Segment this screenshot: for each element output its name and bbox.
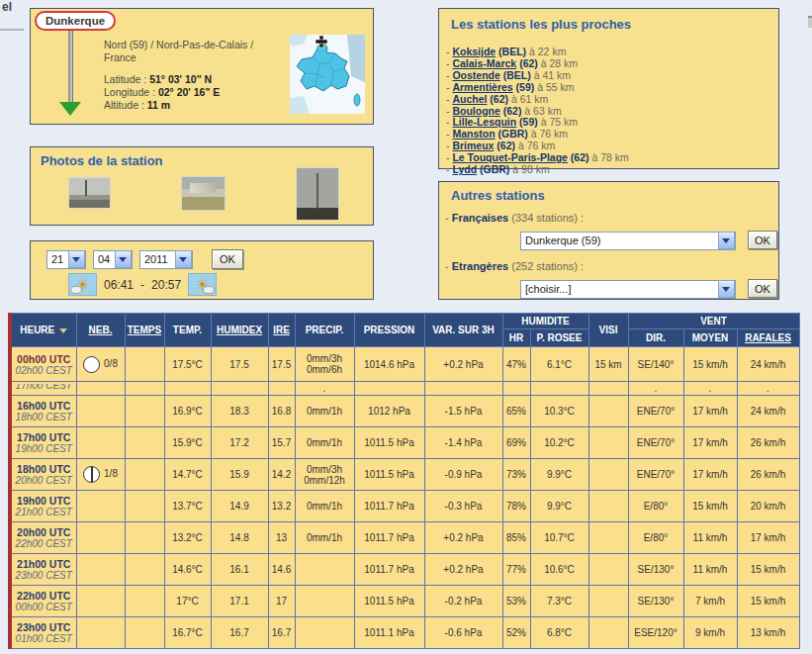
day-select[interactable]: 21: [46, 250, 86, 269]
col-header-var3h: VAR. SUR 3H: [424, 314, 502, 347]
col-header-hr: HR: [502, 329, 530, 347]
precip-cell: 0mm/3h 0mm/12h: [295, 459, 354, 491]
sort-descending-icon: [59, 328, 67, 333]
hour-cell[interactable]: 17h00 UTC19h00 CEST: [10, 427, 76, 459]
pression-cell: 1011.7 hPa: [354, 554, 424, 586]
station-link[interactable]: Manston: [452, 128, 495, 140]
temp-cell: 14.6°C: [164, 554, 211, 586]
station-link[interactable]: Le Touquet-Paris-Plage: [452, 151, 568, 163]
foreign-stations-select[interactable]: [choisir...]: [520, 280, 736, 299]
hr-cell: [502, 382, 530, 396]
hour-cell[interactable]: 22h00 UTC00h00 CEST: [10, 586, 76, 617]
table-row: 17h00 UTC19h00 CEST15.9°C17.215.70mm/1h1…: [10, 427, 799, 459]
neb-cell: 0/8: [76, 347, 125, 382]
nearest-stations-panel: Les stations les plus proches - Koksijde…: [438, 8, 779, 169]
station-link[interactable]: Lille-Lesquin: [452, 116, 516, 128]
other-stations-panel: Autres stations - Françaises (334 statio…: [438, 181, 779, 300]
station-link[interactable]: Auchel: [452, 93, 487, 105]
clipped-right-artifact: [808, 16, 812, 28]
col-header-rafales[interactable]: RAFALES: [737, 329, 799, 347]
col-header-precip: PRECIP.: [295, 314, 354, 347]
neb-cell: [76, 427, 125, 459]
hour-cell[interactable]: 21h00 UTC23h00 CEST: [10, 554, 76, 586]
ire-cell: 13: [268, 522, 295, 554]
col-header-pression: PRESSION: [354, 314, 424, 347]
month-select[interactable]: 04: [93, 250, 133, 269]
temp-cell: 14.7°C: [164, 459, 211, 491]
station-link[interactable]: Koksijde: [452, 46, 496, 57]
col-header-humidite: HUMIDITE: [502, 314, 588, 329]
hr-cell: 73%: [502, 459, 530, 491]
rosee-cell: 6.8°C: [530, 617, 588, 649]
station-code: (62): [500, 105, 522, 117]
precip-cell: [295, 554, 354, 586]
station-photos-panel: Photos de la station: [30, 146, 374, 226]
pression-cell: [354, 382, 424, 396]
rafales-cell: 15 km/h: [737, 586, 799, 617]
foreign-ok-button[interactable]: OK: [748, 279, 777, 298]
okta-1-icon: [83, 466, 100, 483]
moyen-cell: 11 km/h: [683, 554, 737, 586]
hr-cell: 65%: [502, 396, 530, 427]
rafales-cell: .: [737, 382, 799, 396]
humidex-cell: 15.9: [211, 459, 268, 491]
french-select-wrap: Dunkerque (59): [520, 231, 736, 250]
table-row-clipped: 17h00 CEST....: [10, 382, 799, 396]
visi-cell: [588, 586, 628, 617]
station-link[interactable]: Boulogne: [452, 105, 499, 117]
col-header-temps[interactable]: TEMPS: [125, 314, 164, 347]
dir-cell: ENE/70°: [628, 459, 683, 491]
temps-cell: [125, 491, 164, 522]
station-link[interactable]: Calais-Marck: [452, 57, 516, 69]
hr-cell: 77%: [502, 554, 530, 586]
nearest-stations-list: - Koksijde (BEL) à 22 km- Calais-Marck (…: [446, 47, 629, 176]
station-photo-thumbnail-2[interactable]: [181, 176, 226, 211]
hour-cell[interactable]: 00h00 UTC02h00 CEST: [10, 347, 76, 382]
temp-cell: 17.5°C: [164, 347, 211, 382]
var3h-cell: +0.2 hPa: [424, 522, 502, 554]
french-stations-select[interactable]: Dunkerque (59): [520, 232, 736, 250]
other-stations-title: Autres stations: [451, 188, 545, 203]
station-link[interactable]: Brimeux: [452, 140, 494, 151]
visi-cell: [588, 459, 628, 491]
table-row: 00h00 UTC02h00 CEST0/817.5°C17.517.50mm/…: [10, 347, 799, 382]
hour-cell[interactable]: 19h00 UTC21h00 CEST: [10, 491, 76, 522]
pression-cell: 1011.5 hPa: [354, 586, 424, 617]
france-map[interactable]: [290, 35, 365, 114]
rafales-cell: 20 km/h: [737, 491, 799, 522]
visi-cell: [588, 491, 628, 522]
table-row: 19h00 UTC21h00 CEST13.7°C14.913.20mm/1h1…: [10, 491, 799, 522]
moyen-cell: 15 km/h: [683, 491, 737, 522]
col-header-heure[interactable]: HEURE: [10, 314, 76, 347]
humidex-cell: 14.8: [211, 522, 268, 554]
station-code: (GBR): [496, 128, 528, 140]
hour-cell[interactable]: 16h00 UTC18h00 CEST: [10, 396, 76, 427]
hour-cell[interactable]: 18h00 UTC20h00 CEST: [10, 459, 76, 491]
station-photo-thumbnail-1[interactable]: [68, 177, 111, 209]
precip-cell: 0mm/1h: [295, 522, 354, 554]
dir-cell: ESE/120°: [628, 617, 683, 649]
neb-cell: [76, 382, 125, 396]
visi-cell: 15 km: [588, 347, 628, 382]
table-row: 22h00 UTC00h00 CEST17°C17.1171011.5 hPa-…: [10, 586, 799, 617]
date-ok-button[interactable]: OK: [212, 249, 243, 269]
day-select-wrap: 21: [46, 249, 86, 269]
col-header-neb[interactable]: NEB.: [76, 314, 125, 347]
french-ok-button[interactable]: OK: [748, 231, 777, 249]
var3h-cell: +0.2 hPa: [424, 347, 502, 382]
col-header-temp: TEMP.: [164, 314, 211, 347]
sun-separator: -: [140, 278, 144, 292]
hour-cell[interactable]: 20h00 UTC22h00 CEST: [10, 522, 76, 554]
hour-cell[interactable]: 23h00 UTC01h00 CEST: [10, 617, 76, 649]
year-select[interactable]: 2011: [139, 250, 193, 269]
station-photo-thumbnail-3[interactable]: [296, 167, 339, 221]
ire-cell: 14.6: [268, 554, 295, 586]
station-link[interactable]: Oostende: [452, 69, 499, 81]
rafales-cell: 26 km/h: [737, 427, 799, 459]
col-header-humidex[interactable]: HUMIDEX: [211, 314, 268, 347]
col-header-ire[interactable]: IRE: [268, 314, 295, 347]
station-link[interactable]: Armentières: [452, 81, 512, 93]
visi-cell: [588, 522, 628, 554]
station-link[interactable]: Lydd: [452, 163, 477, 175]
humidex-cell: 14.9: [211, 491, 268, 522]
